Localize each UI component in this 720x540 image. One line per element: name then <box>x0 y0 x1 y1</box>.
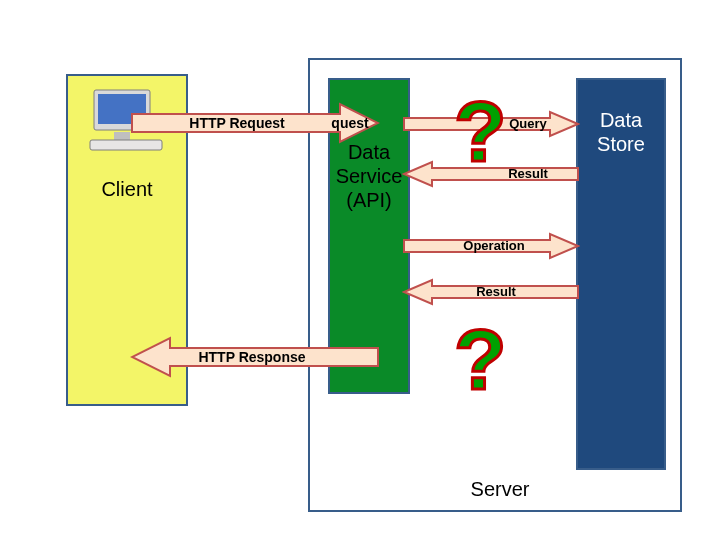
svg-rect-2 <box>114 132 130 140</box>
server-label: Server <box>450 478 550 501</box>
svg-marker-4 <box>132 104 378 142</box>
svg-marker-5 <box>132 338 378 376</box>
client-label: Client <box>66 178 188 201</box>
question-mark-bottom: ? <box>454 316 507 402</box>
data-store-label: Data Store <box>576 108 666 156</box>
svg-marker-9 <box>404 280 578 304</box>
question-mark-top: ? <box>454 88 507 174</box>
data-service-label: Data Service (API) <box>328 140 410 212</box>
svg-marker-8 <box>404 234 578 258</box>
http-response-arrow <box>130 336 380 378</box>
http-request-arrow <box>130 102 380 144</box>
operation-arrow <box>402 232 580 260</box>
result2-arrow <box>402 278 580 306</box>
